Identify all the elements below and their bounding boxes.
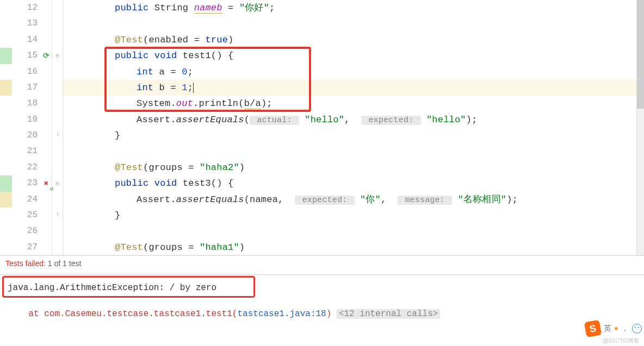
code-line[interactable]: public void test3() { [63, 175, 644, 191]
code-line-current[interactable]: int b = 1; [63, 80, 644, 96]
run-test-icon[interactable]: ⟳ [41, 48, 52, 64]
fold-column: ⊟ └ ⊟ └ [52, 0, 63, 255]
fold-handle-icon[interactable]: ⊟ [52, 175, 63, 191]
rerun-failed-test-icon[interactable]: ✖ [41, 175, 52, 191]
code-line[interactable]: int a = 0; [63, 64, 644, 80]
code-line[interactable]: } [63, 128, 644, 143]
scrollbar-thumb[interactable] [637, 0, 644, 109]
code-line[interactable]: @Test(groups = "haha1") [63, 240, 644, 255]
code-line[interactable]: public String nameb = "你好"; [63, 0, 644, 16]
code-line[interactable]: System.out.println(b/a); [63, 96, 644, 111]
ime-lang-indicator[interactable]: 英 [604, 324, 611, 334]
param-hint: expected: [295, 196, 354, 205]
sogou-ime-icon[interactable]: S [584, 320, 602, 337]
watermark: @51CTO博客 [603, 337, 640, 345]
source-link[interactable]: tastcase1.java:18 [237, 309, 326, 319]
ime-punct-indicator[interactable]: ， [621, 324, 629, 334]
omitted-calls-badge[interactable]: <12 internal calls> [337, 309, 440, 319]
editor-scrollbar[interactable] [636, 0, 644, 255]
console-output[interactable]: java.lang.ArithmeticException: / by zero… [0, 275, 644, 324]
code-line[interactable]: Assert.assertEquals(namea, expected: "你"… [63, 192, 644, 207]
param-hint: message: [398, 196, 452, 205]
code-line[interactable] [63, 143, 644, 159]
code-area[interactable]: public String nameb = "你好"; @Test(enable… [63, 0, 644, 255]
fold-end-icon: └ [52, 128, 63, 143]
smile-icon[interactable] [632, 324, 642, 334]
param-hint: actual: [250, 116, 299, 125]
line-numbers: 12 13 14 15 16 17 18 19 20 21 22 23 24 2… [12, 0, 41, 255]
code-line[interactable]: @Test(enabled = true) [63, 32, 644, 48]
param-hint: expected: [361, 116, 420, 125]
code-line[interactable] [63, 223, 644, 239]
code-line[interactable]: } [63, 207, 644, 223]
run-gutter: ⟳ ✖ [41, 0, 52, 255]
caret-icon [193, 83, 194, 93]
test-status-bar: Tests failed: 1 of 1 test [0, 255, 644, 271]
code-editor[interactable]: 12 13 14 15 16 17 18 19 20 21 22 23 24 2… [0, 0, 644, 255]
ime-dot-icon [615, 327, 618, 330]
fold-handle-icon[interactable]: ⊟ [52, 48, 63, 64]
fold-end-icon: └ [52, 207, 63, 223]
ime-tray: S 英 ， [585, 321, 642, 336]
change-marker-strip [0, 0, 12, 255]
gutter: 12 13 14 15 16 17 18 19 20 21 22 23 24 2… [0, 0, 52, 255]
code-line[interactable]: public void test1() { [63, 48, 644, 64]
exception-line: java.lang.ArithmeticException: / by zero [8, 280, 636, 295]
code-line[interactable] [63, 16, 644, 32]
code-line[interactable]: @Test(groups = "haha2") [63, 160, 644, 175]
tests-failed-label: Tests failed: [5, 259, 46, 268]
stack-trace-line: at com.Casemeu.testcase.tastcase1.test1(… [8, 306, 636, 322]
code-line[interactable]: Assert.assertEquals( actual: "hello", ex… [63, 112, 644, 128]
